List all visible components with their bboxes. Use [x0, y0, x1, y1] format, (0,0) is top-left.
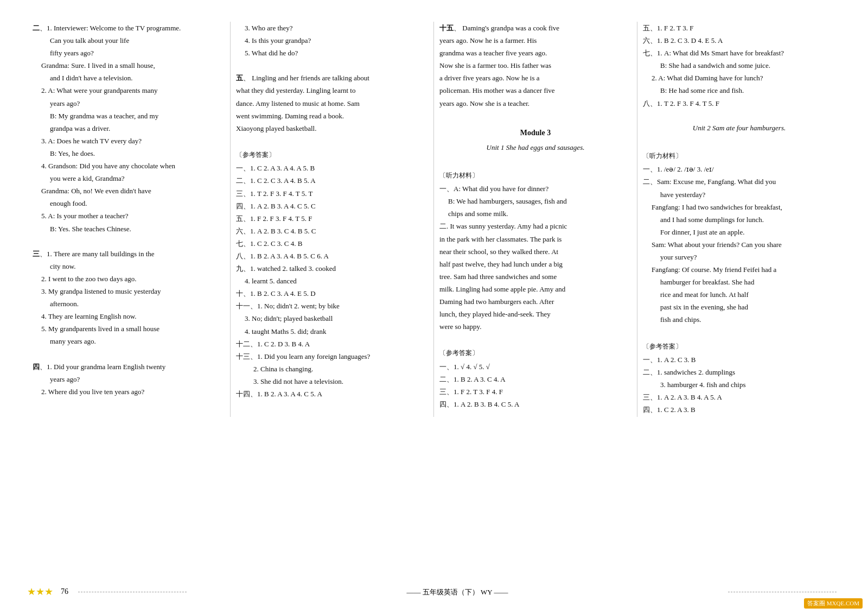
unit1-title: Unit 1 She had eggs and sausages.: [439, 142, 631, 154]
line: Grandma: Oh, no! We even didn't have: [33, 185, 225, 197]
line: Sam: What about your friends? Can you sh…: [643, 239, 835, 251]
line: and I had some dumplings for lunch.: [643, 214, 835, 226]
line: Can you talk about your life: [33, 35, 225, 47]
dashed-separator2: [728, 592, 837, 592]
ans-jiu: 九、1. watched 2. talked 3. cooked: [236, 263, 428, 275]
page-number: 76: [61, 587, 68, 596]
watermark: 答案圈 MXQE.COM: [804, 598, 863, 609]
wu-label: 五、 Lingling and her friends are talking …: [236, 72, 428, 84]
ans-wu: 五、1. F 2. F 3. F 4. T 5. F: [236, 213, 428, 225]
line: years ago. Now she is a teacher.: [439, 98, 631, 110]
line: 2. Where did you live ten years ago?: [33, 386, 225, 398]
column-3: 十五、 Daming's grandpa was a cook five yea…: [434, 22, 637, 417]
line: B: Yes, he does.: [33, 148, 225, 160]
line: went swimming. Daming read a book.: [236, 110, 428, 122]
shwu-label: 十五、 Daming's grandpa was a cook five: [439, 22, 631, 34]
line: 5. A: Is your mother a teacher?: [33, 210, 225, 222]
tingli2-yi: 一、1. /eə/ 2. /ɪə/ 3. /eɪ/: [643, 163, 835, 175]
san-label: 三、1. There are many tall buildings in th…: [33, 248, 225, 260]
line: B: Yes. She teaches Chinese.: [33, 223, 225, 235]
line: dance. Amy listened to music at home. Sa…: [236, 98, 428, 110]
ans-shyi: 十一、1. No; didn't 2. went; by bike: [236, 300, 428, 312]
line: B: My grandma was a teacher, and my: [33, 110, 225, 122]
ans-ba: 八、1. B 2. A 3. A 4. B 5. C 6. A: [236, 250, 428, 262]
line: milk. Lingling had some apple pie. Amy a…: [439, 283, 631, 295]
ans3-yi: 一、1. √ 4. √ 5. √: [439, 361, 631, 373]
ans-shyi2: 3. No; didn't; played basketball: [236, 313, 428, 325]
module3-title: Module 3: [439, 126, 631, 140]
line: half past twelve, they had lunch under a…: [439, 258, 631, 270]
ans-jiu2: 4. learnt 5. danced: [236, 275, 428, 287]
line: policeman. His mother was a dancer five: [439, 85, 631, 97]
line: lunch, they played hide-and-seek. They: [439, 308, 631, 320]
line: and I didn't have a television.: [33, 72, 225, 84]
line: 4. They are learning English now.: [33, 311, 225, 322]
line: fish and chips.: [643, 314, 835, 326]
ans-si: 四、1. A 2. B 3. A 4. C 5. C: [236, 200, 428, 212]
line: your survey?: [643, 251, 835, 263]
line: what they did yesterday. Lingling learnt…: [236, 85, 428, 97]
line: For dinner, I just ate an apple.: [643, 226, 835, 238]
line: 2. I went to the zoo two days ago.: [33, 273, 225, 285]
line: Fangfang: Of course. My friend Feifei ha…: [643, 264, 835, 276]
tingli-yi: 一、A: What did you have for dinner?: [439, 183, 631, 195]
line: chips and some milk.: [439, 208, 631, 220]
line: enough food.: [33, 198, 225, 210]
ans5-er: 二、1. sandwiches 2. dumplings: [643, 366, 835, 378]
ans5-er2: 3. hamburger 4. fish and chips: [643, 379, 835, 391]
line: 3. My grandpa listened to music yesterda…: [33, 286, 225, 297]
line: B: She had a sandwich and some juice.: [643, 60, 835, 72]
ans-liu: 六、1. A 2. B 3. C 4. B 5. C: [236, 225, 428, 237]
line: Grandma: Sure. I lived in a small house,: [33, 60, 225, 72]
line: fifty years ago?: [33, 47, 225, 59]
line: hamburger for breakfast. She had: [643, 276, 835, 288]
ans-shsi: 十四、1. B 2. A 3. A 4. C 5. A: [236, 388, 428, 400]
line: you were a kid, Grandma?: [33, 173, 225, 185]
ans3-si: 四、1. A 2. B 3. B 4. C 5. A: [439, 398, 631, 410]
ans-shsan3: 3. She did not have a television.: [236, 376, 428, 388]
ans-shsan2: 2. China is changing.: [236, 363, 428, 375]
center-label: —— 五年级英语（下） WY ——: [407, 588, 508, 596]
tingli-b: B: We had hamburgers, sausages, fish and: [439, 195, 631, 207]
column-4: 五、1. F 2. T 3. F 六、1. B 2. C 3. D 4. E 5…: [637, 22, 841, 417]
ans-yi: 一、1. C 2. A 3. A 4. A 5. B: [236, 162, 428, 174]
bottom-bar: ★★★ 76 —— 五年级英语（下） WY ——: [0, 586, 868, 598]
unit2-title: Unit 2 Sam ate four hamburgers.: [643, 122, 835, 134]
page: 二、1. Interviewer: Welcome to the TV prog…: [0, 0, 868, 614]
ans-san: 三、1. T 2. F 3. F 4. T 5. T: [236, 188, 428, 200]
line: Fangfang: I had two sandwiches for break…: [643, 201, 835, 213]
ans-shi: 十、1. B 2. C 3. A 4. E 5. D: [236, 288, 428, 300]
column-2: 3. Who are they? 4. Is this your grandpa…: [231, 22, 434, 417]
ans-qi: 七、1. C 2. C 3. C 4. B: [236, 238, 428, 250]
ans5-yi: 一、1. A 2. C 3. B: [643, 354, 835, 366]
line: B: He had some rice and fish.: [643, 85, 835, 97]
ans3-er: 二、1. B 2. A 3. C 4. A: [439, 374, 631, 385]
tingli-er: 二. It was sunny yesterday. Amy had a pic…: [439, 220, 631, 232]
line: have yesterday?: [643, 189, 835, 201]
line: grandma was a teacher five years ago.: [439, 47, 631, 59]
line: many years ago.: [33, 336, 225, 347]
line: were so happy.: [439, 321, 631, 333]
line: 4. Grandson: Did you have any chocolate …: [33, 160, 225, 172]
line: near their school, so they walked there.…: [439, 246, 631, 258]
line: grandpa was a driver.: [33, 123, 225, 135]
line: years ago?: [33, 374, 225, 385]
line: years ago. Now he is a farmer. His: [439, 35, 631, 47]
line: past six in the evening, she had: [643, 301, 835, 313]
line: Now she is a farmer too. His father was: [439, 60, 631, 72]
line: 3. Who are they?: [236, 22, 428, 34]
ans-shsan: 十三、1. Did you learn any foreign language…: [236, 351, 428, 363]
line: 5. My grandparents lived in a small hous…: [33, 323, 225, 335]
line: city now.: [33, 261, 225, 273]
ans-shyi3: 4. taught Maths 5. did; drank: [236, 326, 428, 338]
content-grid: 二、1. Interviewer: Welcome to the TV prog…: [27, 22, 841, 417]
dashed-separator: [78, 592, 187, 592]
ans4-qi: 七、1. A: What did Ms Smart have for break…: [643, 47, 835, 59]
si-label: 四、1. Did your grandma learn English twen…: [33, 361, 225, 373]
line: 2. A: What did Daming have for lunch?: [643, 72, 835, 84]
tingli2-bracket: 听力材料: [643, 150, 835, 161]
ans-er: 二、1. C 2. C 3. A 4. B 5. A: [236, 175, 428, 187]
ans-sher: 十二、1. C 2. D 3. B 4. A: [236, 338, 428, 350]
line: a driver five years ago. Now he is a: [439, 72, 631, 84]
tingli-bracket: 听力材料: [439, 170, 631, 181]
